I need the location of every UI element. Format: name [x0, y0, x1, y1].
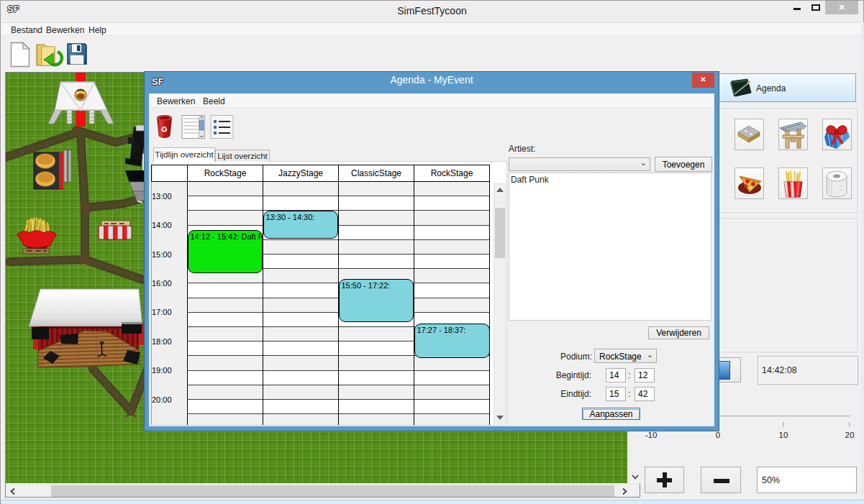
svg-text:♻: ♻ [161, 125, 168, 134]
